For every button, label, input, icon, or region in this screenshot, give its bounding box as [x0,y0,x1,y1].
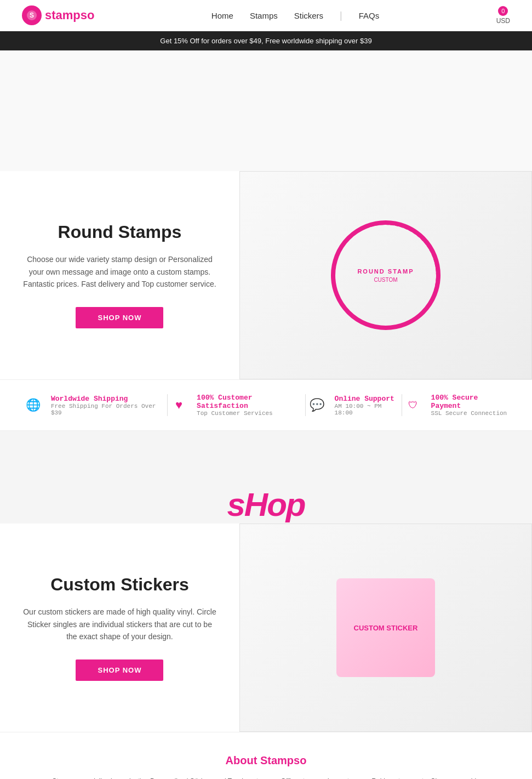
feature-satisfaction-subtitle: Top Customer Services [197,410,305,417]
custom-stickers-section: Custom Stickers Our custom stickers are … [0,524,532,732]
logo-icon: S [22,5,42,25]
features-bar: 🌐 Worldwide Shipping Free Shipping For O… [0,379,532,431]
stickers-image-area: CUSTOM STICKER [239,524,532,732]
about-section: About Stampso Stampso specialise in prod… [0,732,532,779]
heart-icon: ♥ [168,394,190,417]
feature-online-support: 💬 Online Support AM 10:00 ~ PM 18:00 [306,394,402,417]
stamp-illustration: ROUND STAMP CUSTOM [240,172,531,379]
feature-support-text: Online Support AM 10:00 ~ PM 18:00 [335,395,402,416]
promo-banner: Get 15% Off for orders over $49, Free wo… [0,31,532,50]
feature-satisfaction-title: 100% Customer Satisfaction [197,394,305,410]
sticker-illustration: CUSTOM STICKER [240,524,531,731]
nav-faqs[interactable]: FAQs [359,11,380,20]
round-stamps-image: ROUND STAMP CUSTOM [239,171,532,379]
custom-stickers-description: Our custom stickers are made of high qua… [22,606,218,642]
feature-support-title: Online Support [335,395,402,403]
cart-badge: 0 [498,6,508,16]
nav-stamps[interactable]: Stamps [250,11,278,20]
feature-payment-title: 100% Secure Payment [431,394,510,410]
sticker-square-visual: CUSTOM STICKER [336,578,435,677]
nav-stickers[interactable]: Stickers [294,11,323,20]
feature-worldwide-text: Worldwide Shipping Free Shipping For Ord… [51,395,167,416]
feature-satisfaction-text: 100% Customer Satisfaction Top Customer … [197,394,305,417]
svg-text:S: S [30,12,34,19]
round-stamps-heading: Round Stamps [58,222,182,242]
nav-divider: | [340,10,342,21]
stamp-visual-text: ROUND STAMP [357,268,414,275]
stamp-circle-visual: ROUND STAMP CUSTOM [331,220,441,330]
feature-support-subtitle: AM 10:00 ~ PM 18:00 [335,403,402,416]
feature-payment-text: 100% Secure Payment SSL Secure Connectio… [431,394,510,417]
stickers-shop-button[interactable]: SHOP NOW [76,659,163,681]
round-stamps-text: Round Stamps Choose our wide variety sta… [0,171,239,379]
shop-badge: sHop [227,486,305,524]
feature-worldwide-subtitle: Free Shipping For Orders Over $39 [51,403,167,416]
feature-worldwide-shipping: 🌐 Worldwide Shipping Free Shipping For O… [22,394,167,417]
feature-payment-subtitle: SSL Secure Connection [431,410,510,417]
currency-label: USD [496,17,510,25]
feature-worldwide-title: Worldwide Shipping [51,395,167,403]
shop-badge-area: sHop [0,475,532,524]
stickers-text-area: Custom Stickers Our custom stickers are … [0,524,239,732]
ad-area [0,50,532,171]
about-text-1: Stampso specialise in production Persona… [44,776,488,779]
main-nav: Home Stamps Stickers | FAQs [211,10,379,21]
feature-customer-satisfaction: ♥ 100% Customer Satisfaction Top Custome… [168,394,305,417]
cart-icon[interactable]: 0 [498,6,508,16]
logo[interactable]: S stampso [22,5,94,25]
promo-text: Get 15% Off for orders over $49, Free wo… [160,37,371,45]
shield-icon: 🛡 [402,394,425,417]
custom-stickers-heading: Custom Stickers [50,575,189,595]
round-stamps-description: Choose our wide variety stamp design or … [22,253,218,290]
feature-secure-payment: 🛡 100% Secure Payment SSL Secure Connect… [402,394,510,417]
section-gap [0,431,532,475]
chat-icon: 💬 [306,394,328,417]
about-heading: About Stampso [44,754,488,767]
header-right: 0 USD [496,6,510,25]
round-stamps-shop-button[interactable]: SHOP NOW [76,307,163,328]
logo-text: stampso [45,8,94,22]
nav-home[interactable]: Home [211,11,233,20]
globe-icon: 🌐 [22,394,44,417]
header: S stampso Home Stamps Stickers | FAQs 0 … [0,0,532,31]
round-stamps-section: Round Stamps Choose our wide variety sta… [0,171,532,379]
